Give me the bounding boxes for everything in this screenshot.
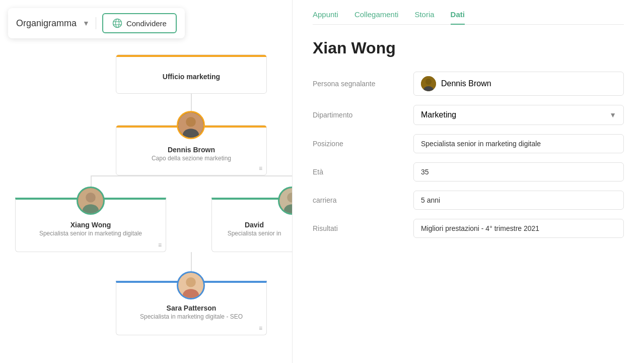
reporting-label: Persona segnalante	[313, 80, 413, 88]
department-value: Marketing	[421, 110, 456, 119]
share-button[interactable]: Condividere	[102, 13, 177, 33]
department-chevron-icon: ▼	[609, 111, 616, 119]
dennis-name: Dennis Brown	[168, 146, 215, 154]
toolbar-title: Organigramma	[16, 18, 77, 29]
svg-point-15	[113, 19, 121, 28]
reporting-person-name: Dennis Brown	[441, 79, 491, 88]
age-value[interactable]: 35	[413, 162, 624, 182]
svg-point-16	[115, 19, 119, 28]
sara-role: Specialista in marketing digitale - SEO	[140, 313, 243, 320]
results-label: Risultati	[313, 224, 413, 232]
person-name: Xian Wong	[313, 39, 624, 57]
tab-appunti[interactable]: Appunti	[313, 10, 338, 25]
marketing-dept-card[interactable]: Ufficio marketing	[116, 54, 267, 94]
xiang-role: Specialista senior in marketing digitale	[39, 230, 142, 237]
tab-storia[interactable]: Storia	[414, 10, 434, 25]
connector-h1	[91, 175, 292, 176]
sara-name: Sara Patterson	[167, 304, 217, 312]
svg-point-1	[186, 117, 196, 127]
share-label: Condividere	[126, 19, 167, 28]
svg-point-4	[86, 193, 96, 203]
reporting-avatar	[421, 76, 436, 91]
age-label: Età	[313, 168, 413, 176]
david-role: Specialista senior in	[228, 230, 281, 237]
sara-avatar	[177, 271, 205, 299]
xiang-list-icon: ≡	[158, 241, 162, 249]
tabs-bar: Appunti Collegamenti Storia Dati	[313, 10, 624, 25]
svg-point-13	[425, 79, 432, 85]
dennis-role: Capo della sezione marketing	[152, 155, 231, 162]
xiang-name: Xiang Wong	[70, 221, 111, 229]
svg-point-10	[186, 277, 196, 287]
sara-list-icon: ≡	[259, 325, 262, 332]
department-label: Dipartimento	[313, 111, 413, 119]
reporting-value-field[interactable]: Dennis Brown	[413, 72, 624, 96]
right-panel: Appunti Collegamenti Storia Dati Xian Wo…	[292, 0, 644, 363]
org-chart: Ufficio marketing Dennis Brown Capo dell…	[0, 0, 292, 363]
position-row: Posizione Specialista senior in marketin…	[313, 134, 624, 153]
age-row: Età 35	[313, 162, 624, 182]
results-row: Risultati Migliori prestazioni - 4° trim…	[313, 219, 624, 238]
tab-collegamenti[interactable]: Collegamenti	[354, 10, 399, 25]
toolbar: Organigramma ▼ Condividere	[8, 8, 185, 38]
position-label: Posizione	[313, 140, 413, 148]
xiang-avatar	[77, 187, 105, 215]
career-row: carriera 5 anni	[313, 191, 624, 210]
position-value[interactable]: Specialista senior in marketing digitale	[413, 134, 624, 153]
david-name: David	[245, 221, 264, 229]
tab-dati[interactable]: Dati	[451, 10, 465, 25]
toolbar-divider	[96, 17, 96, 29]
reporting-row: Persona segnalante Dennis Brown	[313, 72, 624, 96]
globe-icon	[112, 18, 122, 28]
career-value[interactable]: 5 anni	[413, 191, 624, 210]
dennis-list-icon: ≡	[259, 165, 262, 172]
department-dropdown[interactable]: Marketing ▼	[413, 105, 624, 125]
marketing-dept-label: Ufficio marketing	[163, 73, 220, 81]
career-label: carriera	[313, 196, 413, 204]
toolbar-chevron-icon[interactable]: ▼	[83, 19, 90, 27]
department-row: Dipartimento Marketing ▼	[313, 105, 624, 125]
dennis-avatar	[177, 111, 205, 139]
results-value[interactable]: Migliori prestazioni - 4° trimestre 2021	[413, 219, 624, 238]
